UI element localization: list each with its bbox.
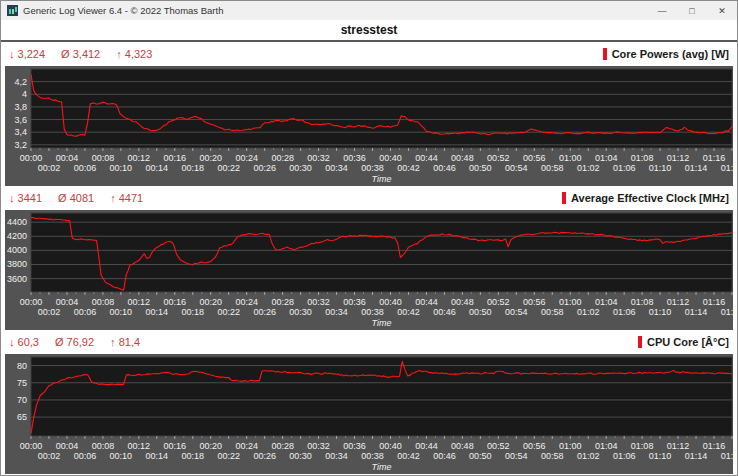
svg-text:70: 70	[17, 395, 27, 405]
svg-text:00:28: 00:28	[271, 153, 294, 163]
svg-text:00:36: 00:36	[343, 441, 366, 451]
svg-text:00:40: 00:40	[379, 297, 402, 307]
svg-text:00:10: 00:10	[110, 451, 133, 461]
svg-text:00:26: 00:26	[253, 163, 276, 173]
svg-text:01:02: 01:02	[577, 307, 600, 317]
chart-canvas-effective-clock[interactable]: 4400420040003800360000:0000:0200:0400:06…	[5, 210, 735, 330]
stat-max: ↑ 4471	[110, 192, 143, 204]
svg-text:00:50: 00:50	[469, 307, 492, 317]
stats-row: ↓ 3,224 Ø 3,412 ↑ 4,323 Core Powers (avg…	[1, 42, 737, 66]
app-window: Generic Log Viewer 6.4 - © 2022 Thomas B…	[0, 0, 738, 476]
svg-text:00:56: 00:56	[523, 297, 546, 307]
stat-avg: Ø 76,92	[55, 336, 94, 348]
page-title: stresstest	[341, 23, 398, 37]
svg-text:01:04: 01:04	[595, 441, 618, 451]
svg-text:00:18: 00:18	[182, 307, 205, 317]
svg-text:00:52: 00:52	[487, 297, 510, 307]
svg-text:01:18: 01:18	[721, 451, 735, 461]
svg-text:00:22: 00:22	[217, 307, 240, 317]
stat-min: ↓ 3441	[9, 192, 42, 204]
svg-text:00:00: 00:00	[20, 297, 43, 307]
svg-text:00:08: 00:08	[92, 297, 115, 307]
svg-text:00:36: 00:36	[343, 297, 366, 307]
svg-text:01:10: 01:10	[649, 163, 672, 173]
minimize-button[interactable]: —	[647, 1, 677, 20]
close-button[interactable]: ✕	[707, 1, 737, 20]
legend-label: CPU Core [Â°C]	[647, 336, 729, 348]
svg-text:4400: 4400	[7, 217, 27, 227]
svg-text:00:02: 00:02	[38, 307, 61, 317]
svg-text:00:02: 00:02	[38, 163, 61, 173]
svg-text:Time: Time	[372, 318, 392, 328]
maximize-button[interactable]: □	[677, 1, 707, 20]
svg-text:00:12: 00:12	[128, 297, 151, 307]
svg-text:01:08: 01:08	[631, 153, 654, 163]
svg-text:01:06: 01:06	[613, 451, 636, 461]
svg-text:Time: Time	[372, 174, 392, 184]
svg-text:00:56: 00:56	[523, 153, 546, 163]
svg-text:01:16: 01:16	[703, 297, 726, 307]
svg-text:00:20: 00:20	[199, 153, 222, 163]
svg-text:01:18: 01:18	[721, 163, 735, 173]
svg-text:00:04: 00:04	[56, 297, 79, 307]
svg-text:01:12: 01:12	[667, 153, 690, 163]
svg-text:00:48: 00:48	[451, 297, 474, 307]
svg-text:00:08: 00:08	[92, 441, 115, 451]
svg-text:00:12: 00:12	[128, 441, 151, 451]
chart-canvas-cpu-core-temp[interactable]: 8075706500:0000:0200:0400:0600:0800:1000…	[5, 354, 735, 474]
svg-text:00:34: 00:34	[325, 451, 348, 461]
svg-text:00:42: 00:42	[397, 307, 420, 317]
stat-min: ↓ 3,224	[9, 48, 45, 60]
legend-label: Average Effective Clock [MHz]	[571, 192, 729, 204]
svg-text:01:14: 01:14	[685, 307, 708, 317]
svg-text:00:36: 00:36	[343, 153, 366, 163]
header: stresstest	[1, 20, 737, 42]
svg-text:00:44: 00:44	[415, 153, 438, 163]
svg-text:00:54: 00:54	[505, 451, 528, 461]
svg-text:00:44: 00:44	[415, 441, 438, 451]
svg-text:00:34: 00:34	[325, 163, 348, 173]
svg-text:01:00: 01:00	[559, 297, 582, 307]
svg-text:00:32: 00:32	[307, 441, 330, 451]
chart-legend: Core Powers (avg) [W]	[603, 48, 729, 60]
svg-text:00:20: 00:20	[199, 297, 222, 307]
svg-text:00:38: 00:38	[361, 451, 384, 461]
legend-label: Core Powers (avg) [W]	[612, 48, 729, 60]
svg-text:00:16: 00:16	[164, 297, 187, 307]
chart-canvas-core-powers[interactable]: 4,243,83,63,43,200:0000:0200:0400:0600:0…	[5, 66, 735, 186]
svg-text:00:30: 00:30	[289, 451, 312, 461]
chart-legend: Average Effective Clock [MHz]	[562, 192, 729, 204]
svg-text:00:16: 00:16	[164, 441, 187, 451]
svg-text:00:48: 00:48	[451, 441, 474, 451]
svg-text:00:00: 00:00	[20, 441, 43, 451]
stat-min: ↓ 60,3	[9, 336, 39, 348]
svg-text:00:38: 00:38	[361, 163, 384, 173]
svg-text:01:08: 01:08	[631, 297, 654, 307]
app-icon	[7, 5, 18, 16]
svg-text:01:04: 01:04	[595, 297, 618, 307]
svg-text:01:12: 01:12	[667, 297, 690, 307]
svg-text:01:04: 01:04	[595, 153, 618, 163]
svg-text:4200: 4200	[7, 231, 27, 241]
svg-text:3,4: 3,4	[14, 127, 27, 137]
svg-text:01:00: 01:00	[559, 153, 582, 163]
chart-area-core-powers: 4,243,83,63,43,200:0000:0200:0400:0600:0…	[5, 66, 733, 186]
svg-text:00:50: 00:50	[469, 451, 492, 461]
svg-text:00:18: 00:18	[182, 163, 205, 173]
svg-text:00:26: 00:26	[253, 451, 276, 461]
svg-text:00:16: 00:16	[164, 153, 187, 163]
stat-avg: Ø 4081	[58, 192, 94, 204]
svg-text:00:52: 00:52	[487, 441, 510, 451]
svg-text:4: 4	[22, 89, 27, 99]
svg-text:00:10: 00:10	[110, 163, 133, 173]
svg-text:00:28: 00:28	[271, 441, 294, 451]
svg-text:01:16: 01:16	[703, 441, 726, 451]
svg-text:00:24: 00:24	[235, 441, 258, 451]
titlebar: Generic Log Viewer 6.4 - © 2022 Thomas B…	[1, 1, 737, 20]
svg-text:00:04: 00:04	[56, 153, 79, 163]
svg-text:65: 65	[17, 412, 27, 422]
svg-text:Time: Time	[372, 462, 392, 472]
svg-text:01:18: 01:18	[721, 307, 735, 317]
svg-text:00:48: 00:48	[451, 153, 474, 163]
svg-text:75: 75	[17, 378, 27, 388]
